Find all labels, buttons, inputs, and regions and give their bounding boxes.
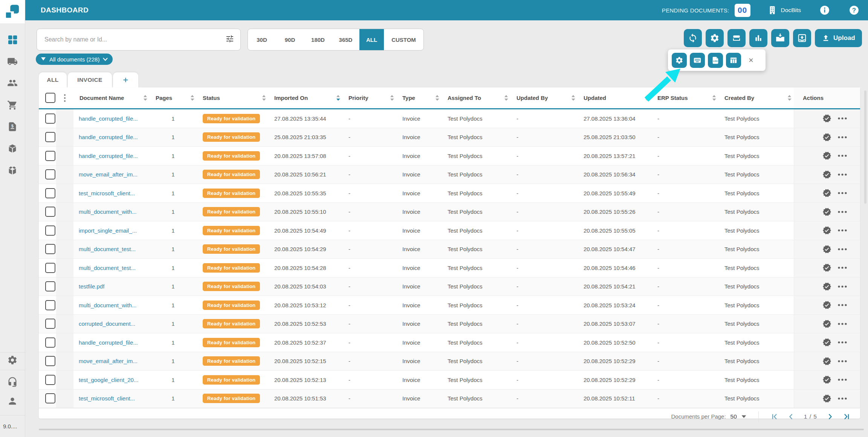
sidebar-item-users[interactable] [7,78,18,88]
column-header-assigned[interactable]: Assigned To [442,87,510,108]
validate-action-button[interactable] [822,338,831,347]
documents-filter-chip[interactable]: All documents (228) [36,54,113,65]
range-180d[interactable]: 180D [304,29,332,50]
search-input[interactable] [44,36,225,43]
row-more-actions-button[interactable] [837,248,847,251]
row-checkbox[interactable] [45,113,55,124]
table-row[interactable]: handle_corrupted_file...1Ready for valid… [39,147,860,166]
row-more-actions-button[interactable] [837,397,847,400]
info-button[interactable] [819,5,830,16]
column-header-updated[interactable]: Updated [578,87,651,108]
row-more-actions-button[interactable] [837,173,847,176]
row-checkbox[interactable] [45,337,55,348]
column-header-pages[interactable]: Pages [150,87,197,108]
sidebar-item-settings[interactable] [7,355,18,365]
table-row[interactable]: multi_document_with...1Ready for validat… [39,203,860,222]
validate-action-button[interactable] [822,319,831,328]
validate-action-button[interactable] [822,394,831,403]
table-row[interactable]: move_email_after_im...1Ready for validat… [39,166,860,184]
organization-switcher[interactable]: DocBits [767,5,801,15]
sidebar-item-purchase-orders[interactable] [7,100,18,110]
document-name-link[interactable]: test_google_client_20... [79,377,138,383]
row-checkbox[interactable] [45,188,55,198]
validate-action-button[interactable] [822,357,831,366]
document-name-link[interactable]: multi_document_with... [79,302,136,308]
document-name-link[interactable]: testfile.pdf [79,283,104,290]
column-header-priority[interactable]: Priority [342,87,396,108]
validate-action-button[interactable] [822,245,831,254]
sidebar-item-shipments[interactable] [7,56,18,67]
document-name-link[interactable]: handle_corrupted_file... [79,153,138,159]
range-custom[interactable]: CUSTOM [384,29,423,50]
first-page-button[interactable] [771,413,778,420]
add-tab-button[interactable]: + [113,72,138,87]
horizontal-scrollbar[interactable] [39,429,864,430]
validate-action-button[interactable] [822,301,831,310]
document-name-link[interactable]: handle_corrupted_file... [79,339,138,346]
sync-button[interactable] [684,29,702,47]
table-row[interactable]: multi_document_with...1Ready for validat… [39,296,860,315]
column-header-status[interactable]: Status [197,87,268,108]
column-header-updatedby[interactable]: Updated By [510,87,578,108]
range-all[interactable]: ALL [359,29,384,50]
table-row[interactable]: multi_document_test...1Ready for validat… [39,240,860,259]
previous-page-button[interactable] [787,413,795,420]
row-more-actions-button[interactable] [837,266,847,269]
document-name-link[interactable]: multi_document_test... [79,246,136,252]
search-filters-button[interactable] [225,34,234,45]
row-more-actions-button[interactable] [837,341,847,344]
outbox-button[interactable] [793,29,811,47]
sidebar-item-packages[interactable] [7,143,18,154]
document-name-link[interactable]: move_email_after_im... [79,358,138,364]
validate-action-button[interactable] [822,263,831,272]
row-checkbox[interactable] [45,169,55,179]
table-row[interactable]: test_microsoft_client...1Ready for valid… [39,389,860,408]
column-header-type[interactable]: Type [396,87,442,108]
sidebar-item-account[interactable] [7,396,18,406]
validate-action-button[interactable] [822,133,831,142]
range-365d[interactable]: 365D [332,29,359,50]
app-logo[interactable] [0,0,25,23]
row-more-actions-button[interactable] [837,210,847,213]
mail-import-button[interactable] [771,29,789,47]
row-more-actions-button[interactable] [837,285,847,288]
row-more-actions-button[interactable] [837,304,847,307]
document-name-link[interactable]: test_microsoft_client... [79,190,135,196]
row-more-actions-button[interactable] [837,378,847,381]
table-row[interactable]: import_single_email_...1Ready for valida… [39,221,860,240]
row-more-actions-button[interactable] [837,229,847,232]
column-header-name[interactable]: Document Name [73,87,150,108]
validate-action-button[interactable] [822,207,831,216]
row-checkbox[interactable] [45,281,55,291]
sidebar-item-shipping-orders[interactable] [7,165,18,176]
popup-settings-button[interactable] [672,53,687,68]
scanner-button[interactable] [727,29,746,47]
next-page-button[interactable] [826,413,834,420]
validate-action-button[interactable] [822,282,831,291]
document-name-link[interactable]: corrupted_document... [79,320,135,327]
popup-log-button[interactable]: LOG [708,53,723,68]
document-name-link[interactable]: multi_document_with... [79,209,136,215]
column-header-imported[interactable]: Imported On [268,87,342,108]
row-checkbox[interactable] [45,244,55,254]
row-more-actions-button[interactable] [837,360,847,363]
validate-action-button[interactable] [822,226,831,235]
popup-columns-button[interactable] [726,53,741,68]
row-checkbox[interactable] [45,207,55,217]
row-checkbox[interactable] [45,393,55,403]
document-name-link[interactable]: handle_corrupted_file... [79,115,138,122]
table-row[interactable]: multi_document_test...1Ready for validat… [39,259,860,278]
validate-action-button[interactable] [822,114,831,123]
row-more-actions-button[interactable] [837,192,847,195]
popup-keyboard-button[interactable] [690,53,705,68]
row-more-actions-button[interactable] [837,117,847,120]
documents-per-page-select[interactable]: Documents per Page: 50 [671,413,746,420]
document-name-link[interactable]: multi_document_test... [79,265,136,271]
table-row[interactable]: handle_corrupted_file...1Ready for valid… [39,109,860,128]
row-checkbox[interactable] [45,356,55,366]
last-page-button[interactable] [843,413,850,420]
sidebar-item-dashboard[interactable] [7,34,18,45]
analytics-button[interactable] [749,29,767,47]
table-row[interactable]: test_microsoft_client...1Ready for valid… [39,184,860,203]
validate-action-button[interactable] [822,189,831,198]
